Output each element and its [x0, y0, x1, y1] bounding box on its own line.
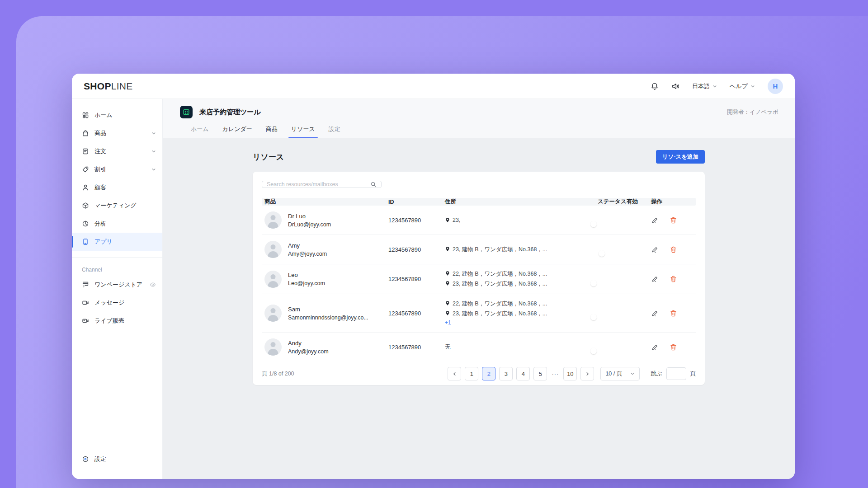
sidebar-item-label: 注文: [94, 147, 106, 155]
more-addresses-link[interactable]: +1: [445, 319, 451, 326]
page-button-5[interactable]: 5: [533, 367, 547, 380]
tab-products[interactable]: 商品: [266, 125, 278, 138]
page-button-10[interactable]: 10: [563, 367, 577, 380]
tab-calendar[interactable]: カレンダー: [222, 125, 252, 138]
resource-name: Andy: [288, 340, 329, 347]
search-icon[interactable]: [370, 181, 377, 188]
help-menu[interactable]: ヘルプ: [730, 82, 755, 90]
page-size-select[interactable]: 10 / 頁: [600, 367, 640, 380]
col-header-address: 住所: [442, 198, 595, 206]
edit-icon[interactable]: [651, 343, 659, 351]
location-pin-icon: [445, 310, 450, 316]
user-avatar[interactable]: H: [768, 79, 783, 94]
order-document-icon: [82, 148, 89, 155]
storefront-icon: [82, 281, 89, 288]
sidebar-item-orders[interactable]: 注文: [72, 142, 162, 160]
page-button-1[interactable]: 1: [465, 367, 478, 380]
shopline-logo: SHOP LINE: [84, 81, 133, 92]
table-row: Dr Luo DrLuo@joyy.com 1234567890 23,: [262, 206, 696, 235]
sidebar-item-settings[interactable]: 設定: [72, 450, 162, 468]
avatar: [264, 241, 282, 258]
location-pin-icon: [445, 300, 450, 306]
app-developer: 開発者：イノベラボ: [727, 108, 778, 116]
announcement-icon[interactable]: [671, 82, 679, 90]
sidebar-item-label: 割引: [94, 165, 106, 174]
location-pin-icon: [445, 271, 450, 276]
chevron-down-icon: [151, 149, 156, 154]
pagination-ellipsis[interactable]: ···: [552, 371, 559, 377]
notification-bell-icon[interactable]: [651, 82, 659, 90]
delete-icon[interactable]: [670, 216, 677, 224]
edit-icon[interactable]: [651, 310, 659, 317]
sidebar-item-products[interactable]: 商品: [72, 124, 162, 142]
app-tabs: ホーム カレンダー 商品 リソース 設定: [180, 125, 778, 138]
resources-card: 商品 ID 住所 ステータス有効 操作 Dr Luo: [253, 172, 705, 385]
page-button-4[interactable]: 4: [516, 367, 530, 380]
delete-icon[interactable]: [670, 275, 677, 283]
sidebar-section-label: Channel: [72, 258, 162, 276]
edit-icon[interactable]: [651, 246, 659, 253]
jump-page-input[interactable]: [666, 367, 686, 380]
resource-name: Amy: [288, 242, 327, 249]
cube-icon: [82, 202, 89, 209]
logo-bold: SHOP: [84, 81, 111, 92]
sidebar-item-marketing[interactable]: マーケティング: [72, 197, 162, 215]
sidebar-item-discounts[interactable]: 割引: [72, 160, 162, 178]
table-row: Amy Amy@joyy.com 1234567890 23, 建物 B，ワンダ…: [262, 235, 696, 264]
sidebar-footer: 設定: [72, 450, 162, 479]
resource-id: 1234567890: [386, 310, 442, 317]
search-input[interactable]: [267, 181, 367, 188]
edit-icon[interactable]: [651, 216, 659, 224]
content: リソース リソ-スを追加: [163, 138, 795, 479]
prev-page-button[interactable]: [448, 367, 461, 380]
sidebar-item-label: 設定: [94, 455, 106, 463]
delete-icon[interactable]: [670, 246, 677, 253]
pie-chart-icon: [82, 220, 89, 227]
location-pin-icon: [445, 246, 450, 252]
sidebar-item-label: 商品: [94, 129, 106, 137]
language-label: 日本語: [692, 82, 710, 90]
tab-settings[interactable]: 設定: [329, 125, 340, 138]
sidebar-item-apps[interactable]: アプリ: [72, 233, 162, 251]
app-window: SHOP LINE 日本語: [72, 74, 795, 479]
jump-label: 跳ぶ: [651, 370, 662, 378]
sidebar-item-home[interactable]: ホーム: [72, 106, 162, 124]
pagination: 頁 1/8 of 200 1 2 3 4 5 ···: [262, 361, 696, 380]
page-button-2-active[interactable]: 2: [482, 367, 495, 380]
sidebar-item-label: ホーム: [94, 111, 113, 119]
resource-address: 23, 建物 B，ワンダ広場，No.368，...: [453, 246, 547, 253]
col-header-id: ID: [386, 199, 442, 205]
sidebar-item-one-page-store[interactable]: ワンページストア: [72, 276, 162, 294]
delete-icon[interactable]: [670, 310, 677, 317]
tab-resources[interactable]: リソース: [291, 125, 315, 138]
resource-name: Dr Luo: [288, 213, 331, 220]
chevron-down-icon: [151, 167, 156, 172]
language-menu[interactable]: 日本語: [692, 82, 717, 90]
sidebar-item-customers[interactable]: 顧客: [72, 178, 162, 197]
page-button-3[interactable]: 3: [499, 367, 513, 380]
edit-icon[interactable]: [651, 275, 659, 283]
eye-icon[interactable]: [150, 282, 156, 288]
resource-address: 23, 建物 B，ワンダ広場，No.368，...: [453, 280, 547, 288]
col-header-actions: 操作: [648, 198, 696, 206]
col-header-status: ステータス有効: [595, 198, 648, 206]
add-resource-button[interactable]: リソ-スを追加: [656, 150, 705, 164]
resource-email: Leo@joyy.com: [288, 280, 325, 286]
delete-icon[interactable]: [670, 343, 677, 351]
chevron-down-icon: [712, 84, 717, 89]
resource-id: 1234567890: [386, 276, 442, 282]
search-box: [262, 181, 382, 188]
sidebar-item-analytics[interactable]: 分析: [72, 215, 162, 233]
tab-home[interactable]: ホーム: [191, 125, 209, 138]
sidebar-item-messages[interactable]: メッセージ: [72, 294, 162, 312]
sidebar-item-label: ライブ販売: [94, 317, 124, 325]
chevron-down-icon: [750, 84, 755, 89]
next-page-button[interactable]: [580, 367, 594, 380]
app-device-icon: [82, 238, 89, 245]
sidebar-item-live-sales[interactable]: ライブ販売: [72, 312, 162, 330]
resource-name: Sam: [288, 306, 368, 313]
dashboard-icon: [82, 112, 89, 119]
app-header: 来店予約管理ツール 開発者：イノベラボ ホーム カレンダー 商品 リソース 設定: [163, 99, 795, 138]
table-header-row: 商品 ID 住所 ステータス有効 操作: [262, 198, 696, 206]
help-label: ヘルプ: [730, 82, 748, 90]
